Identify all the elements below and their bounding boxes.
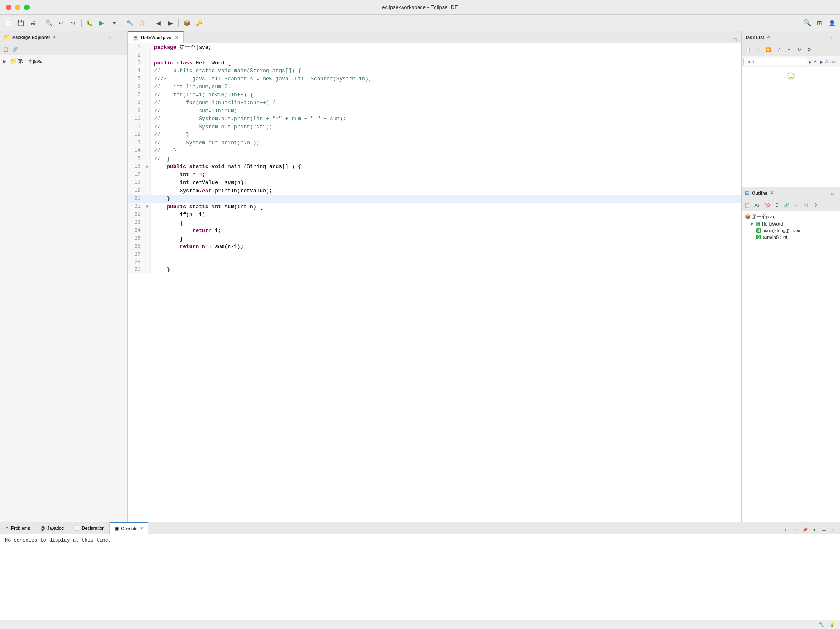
outline-max-btn[interactable]: □ <box>829 189 837 197</box>
console-max-btn[interactable]: □ <box>829 526 838 534</box>
editor-min-btn[interactable]: — <box>722 36 730 43</box>
outline-class-badge: C <box>756 222 760 226</box>
code-line-17: 17 int n=4; <box>128 171 741 179</box>
outline-sort-btn[interactable]: A↓ <box>753 201 762 210</box>
console-min-btn[interactable]: — <box>820 526 828 534</box>
task-new-btn[interactable]: 📋 <box>743 45 752 54</box>
project-label: 第一个java <box>18 58 42 65</box>
task-list-toolbar: 📋 ↕ 🔽 ✓ ✕ ↻ ⚙ <box>742 43 840 56</box>
toolbar-print-button[interactable]: 🖨 <box>27 17 39 29</box>
editor-tab-helloword[interactable]: ☕ HelloWord.java ✕ <box>128 31 184 43</box>
toolbar-new-button[interactable]: 📄 <box>2 17 14 29</box>
code-line-9: 9 // sum=lin*num; <box>128 107 741 115</box>
outline-anon-btn[interactable]: ◎ <box>802 201 811 210</box>
outline-item-sum[interactable]: S sum(int) : int <box>742 234 840 240</box>
task-refresh-btn[interactable]: ↻ <box>795 45 804 54</box>
toolbar-navigate-forward[interactable]: ▶ <box>165 17 176 29</box>
panel-menu-btn[interactable]: ⋮ <box>116 33 124 41</box>
toolbar-navigate-back[interactable]: ◀ <box>152 17 164 29</box>
code-line-10: 10 // System.out.print(lin + "*" + num +… <box>128 115 741 123</box>
sep2 <box>81 19 82 27</box>
task-list-close[interactable]: ✕ <box>767 34 770 40</box>
toolbar-build-button[interactable]: 🔧 <box>124 17 136 29</box>
console-navigate-fwd[interactable]: ↪ <box>792 526 800 534</box>
panel-header-actions: — □ ⋮ <box>97 33 124 41</box>
toolbar-clean-button[interactable]: ✨ <box>136 17 148 29</box>
project-folder-icon: 📁 <box>10 58 16 64</box>
editor-tab-close[interactable]: ✕ <box>175 35 178 40</box>
task-find-input[interactable] <box>743 58 807 65</box>
editor-max-btn[interactable]: □ <box>731 36 739 43</box>
toolbar-ext1[interactable]: 📦 <box>181 17 192 29</box>
console-navigate-back[interactable]: ↩ <box>782 526 790 534</box>
pkg-link-btn[interactable]: 🔗 <box>11 45 19 53</box>
task-filter-btn[interactable]: 🔽 <box>764 45 773 54</box>
bottom-tab-javadoc[interactable]: @ Javadoc <box>35 522 69 534</box>
code-line-19: 19 System.out.println(retValue); <box>128 187 741 195</box>
status-light-icon: 💡 <box>829 622 835 627</box>
toolbar-search-button[interactable]: 🔍 <box>43 17 54 29</box>
outline-min-btn[interactable]: — <box>819 189 827 197</box>
bottom-tab-declaration[interactable]: 📄 Declaration <box>69 522 110 534</box>
outline-link-btn[interactable]: 🔗 <box>782 201 791 210</box>
maximize-button[interactable] <box>24 5 30 10</box>
pkg-menu2-btn[interactable]: ⋮ <box>20 45 29 53</box>
outline-header: ⊞ Outline ✕ — □ <box>742 187 840 199</box>
outline-menu-btn[interactable]: ⋮ <box>822 201 831 210</box>
console-pin-btn[interactable]: 📌 <box>801 526 809 534</box>
task-min-btn[interactable]: — <box>819 33 827 41</box>
outline-collapse-btn[interactable]: 📋 <box>743 201 752 210</box>
panel-maximize-btn[interactable]: □ <box>107 33 115 41</box>
code-line-15: 15 // } <box>128 155 741 163</box>
status-bar: 🔧 💡 <box>0 620 840 629</box>
outline-sync-btn[interactable]: ↔ <box>792 201 801 210</box>
outline-hide-fields-btn[interactable]: 🚫 <box>763 201 772 210</box>
console-close[interactable]: ✕ <box>140 526 143 531</box>
outline-lambda-btn[interactable]: λ <box>812 201 821 210</box>
toolbar-search-icon[interactable]: 🔍 <box>801 17 813 29</box>
outline-item-main[interactable]: S main(String[]) : void <box>742 227 840 234</box>
toolbar-debug-button[interactable]: 🐛 <box>84 17 95 29</box>
console-label: Console <box>121 526 137 531</box>
minimize-button[interactable] <box>15 5 20 10</box>
toolbar-perspective-btn[interactable]: ⊞ <box>814 17 825 29</box>
toolbar-run-dropdown[interactable]: ▾ <box>108 17 120 29</box>
problems-label: Problems <box>11 526 30 531</box>
outline-static-btn[interactable]: S <box>772 201 781 210</box>
task-settings-btn[interactable]: ⚙ <box>805 45 814 54</box>
toolbar-save-button[interactable]: 💾 <box>15 17 26 29</box>
code-line-7: 7 // for(lin=1;lin<10;lin++) { <box>128 91 741 99</box>
window-controls[interactable] <box>6 5 30 10</box>
toolbar-ext2[interactable]: 🔑 <box>193 17 204 29</box>
task-activ-label[interactable]: Activ... <box>825 59 838 64</box>
outline-item-package[interactable]: 📦 第一个java <box>742 213 840 221</box>
task-delete-btn[interactable]: ✕ <box>784 45 793 54</box>
code-line-28: 28 <box>128 258 741 266</box>
toolbar-run-button[interactable]: ▶ <box>96 17 107 29</box>
close-button[interactable] <box>6 5 11 10</box>
java-file-icon: ☕ <box>133 35 139 41</box>
task-all-label[interactable]: All <box>814 59 819 64</box>
console-empty-message: No consoles to display at this time. <box>5 538 111 543</box>
outline-header-left: ⊞ Outline ✕ <box>745 190 774 196</box>
toolbar-redo-button[interactable]: ↪ <box>68 17 79 29</box>
toolbar-undo-button[interactable]: ↩ <box>55 17 67 29</box>
tree-project-item[interactable]: ▶ 📁 第一个java <box>0 57 127 66</box>
sep3 <box>122 19 122 27</box>
pkg-collapse-btn[interactable]: 📋 <box>2 45 10 53</box>
console-dropdown-btn[interactable]: ▾ <box>810 526 819 534</box>
task-sort-btn[interactable]: ↕ <box>754 45 763 54</box>
code-line-24: 24 return 1; <box>128 227 741 235</box>
bottom-tab-console[interactable]: ▣ Console ✕ <box>110 522 148 534</box>
outline-item-class[interactable]: ▼ C HelloWord <box>742 221 840 227</box>
task-max-btn[interactable]: □ <box>829 33 837 41</box>
code-editor[interactable]: 1 package 第一个java; 2 3 public class Hell… <box>128 43 741 522</box>
code-line-26: 26 return n + sum(n-1); <box>128 243 741 251</box>
bottom-tab-problems[interactable]: ⚠ Problems <box>0 522 35 534</box>
task-resolve-btn[interactable]: ✓ <box>774 45 783 54</box>
toolbar-avatar-btn[interactable]: 👤 <box>826 17 838 29</box>
package-explorer-close[interactable]: ✕ <box>52 34 56 40</box>
sep1 <box>41 19 41 27</box>
outline-close[interactable]: ✕ <box>770 190 774 196</box>
panel-minimize-btn[interactable]: — <box>97 33 105 41</box>
